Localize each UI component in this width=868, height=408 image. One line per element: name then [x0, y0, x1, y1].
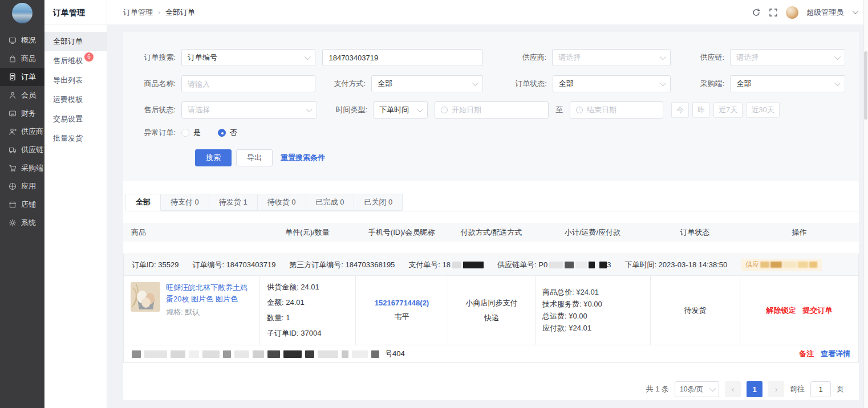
redacted-block [463, 262, 484, 268]
tab-completed[interactable]: 已完成 0 [306, 194, 355, 211]
submenu-item-label: 导出列表 [53, 76, 83, 84]
last7days-button[interactable]: 近7天 [713, 102, 743, 118]
filter-row-2: 商品名称: 支付方式: 全部 订单状态: 全部 采购端: [137, 75, 845, 92]
redacted-block [798, 262, 808, 268]
username[interactable]: 超级管理员 [806, 7, 843, 18]
sidebar-item-procurement[interactable]: 采购端 [0, 159, 44, 177]
sidebar-item-finance[interactable]: 财务 [0, 104, 44, 123]
redacted-block [318, 350, 338, 358]
search-button[interactable]: 搜索 [195, 149, 232, 166]
submenu-item-batch-shipping[interactable]: 批量发货 [44, 129, 107, 148]
breadcrumb-separator: › [158, 9, 160, 17]
export-button[interactable]: 导出 [236, 149, 273, 166]
sidebar-item-apps[interactable]: 应用 [0, 177, 44, 195]
reset-filters-link[interactable]: 重置搜索条件 [281, 153, 325, 163]
prev-page-button[interactable]: ‹ [725, 381, 741, 397]
sidebar-item-overview[interactable]: 概况 [0, 31, 44, 50]
abnormal-radio-yes[interactable]: 是 [181, 128, 201, 138]
today-button[interactable]: 今 [671, 102, 689, 118]
user-avatar[interactable] [786, 6, 798, 19]
end-date-input[interactable]: 结束日期 [570, 101, 663, 119]
members-icon [9, 91, 17, 99]
order-search-input-wrap [322, 49, 482, 66]
supplier-select[interactable]: 请选择 [552, 49, 671, 66]
order-status-label: 订单状态: [504, 79, 553, 89]
pay-method-select[interactable]: 全部 [371, 75, 483, 92]
topbar-actions: 超级管理员 [752, 6, 857, 19]
chevron-down-icon [853, 9, 858, 14]
current-page[interactable]: 1 [747, 381, 762, 397]
breadcrumb-all-orders: 全部订单 [165, 7, 195, 18]
abnormal-radio-group: 是 否 [181, 128, 237, 138]
view-detail-link[interactable]: 查看详情 [821, 349, 850, 359]
redacted-block [549, 262, 563, 268]
sidebar-item-goods[interactable]: 商品 [0, 50, 44, 68]
goto-page-input[interactable] [810, 381, 831, 397]
submenu-item-all-orders[interactable]: 全部订单 [44, 32, 107, 51]
sidebar-item-label: 供应商 [21, 127, 43, 137]
sidebar-item-members[interactable]: 会员 [0, 86, 44, 104]
tab-pending-receipt[interactable]: 待收货 0 [258, 194, 306, 211]
finance-icon [9, 109, 17, 117]
sidebar-item-supply-chain[interactable]: 供应链 [0, 141, 44, 159]
submit-order-button[interactable]: 提交订单 [803, 305, 833, 316]
member-cell: 15216771448(2) 韦平 [356, 276, 448, 345]
app-logo[interactable] [12, 3, 33, 23]
abnormal-order-label: 异常订单: [137, 128, 181, 138]
sidebar-item-label: 店铺 [21, 199, 36, 210]
time-type-value: 下单时间 [379, 105, 409, 115]
tab-pending-payment[interactable]: 待支付 0 [161, 194, 209, 211]
product-name-link[interactable]: 旺鲜汪皖北林下散养土鸡蛋20枚 图片色 图片色 [166, 282, 253, 305]
time-type-select[interactable]: 下单时间 [373, 101, 428, 119]
amount-payable: 应付款: ¥24.01 [542, 323, 643, 333]
fullscreen-icon[interactable] [769, 8, 778, 17]
member-phone-link[interactable]: 15216771448(2) [375, 299, 429, 307]
status-cell: 待发货 [651, 276, 740, 345]
remark-link[interactable]: 备注 [799, 349, 814, 359]
submenu-item-label: 全部订单 [53, 37, 83, 46]
product-spec: 规格: 默认 [166, 307, 253, 317]
actions-cell: 解除锁定 提交订单 [740, 276, 858, 345]
scrollbar-track[interactable] [863, 0, 868, 408]
sidebar-item-supplier[interactable]: 供应商 [0, 123, 44, 141]
start-date-input[interactable]: 开始日期 [435, 101, 549, 119]
col-phone-member: 手机号(ID)/会员昵称 [355, 227, 448, 238]
aftersale-status-label: 售后状态: [137, 105, 181, 115]
scrollbar-thumb[interactable] [864, 51, 867, 120]
purchase-side-select[interactable]: 全部 [730, 75, 845, 92]
pagination: 共 1 条 10条/页 ‹ 1 › 前往 页 [123, 381, 859, 397]
abnormal-radio-no[interactable]: 否 [218, 128, 237, 138]
order-search-type-select[interactable]: 订单编号 [181, 49, 315, 66]
refresh-icon[interactable] [752, 8, 761, 17]
last30days-button[interactable]: 近30天 [746, 102, 779, 118]
order-search-input[interactable] [328, 54, 476, 62]
submenu-item-freight-template[interactable]: 运费模板 [44, 90, 107, 109]
submenu-item-export-list[interactable]: 导出列表 [44, 71, 107, 90]
sidebar-item-label: 系统 [21, 218, 36, 228]
unlock-button[interactable]: 解除锁定 [766, 305, 796, 316]
order-status-select[interactable]: 全部 [553, 75, 671, 92]
sidebar-item-shop[interactable]: 店铺 [0, 195, 44, 214]
supply-chain-select[interactable]: 请选择 [730, 49, 845, 66]
redacted-block [770, 262, 782, 268]
tab-all[interactable]: 全部 [125, 194, 161, 211]
tab-closed[interactable]: 已关闭 0 [354, 194, 403, 211]
purchase-side-value: 全部 [736, 79, 751, 89]
sidebar-item-orders[interactable]: 订单 [0, 68, 44, 86]
redacted-block [171, 350, 185, 358]
submenu-item-trade-settings[interactable]: 交易设置 [44, 109, 107, 129]
supply-chain-number-tail: 3 [607, 260, 611, 269]
aftersale-status-select[interactable]: 请选择 [181, 101, 317, 119]
product-name-input[interactable] [188, 80, 309, 88]
chevron-down-icon [417, 106, 423, 112]
page-size-select[interactable]: 10条/页 [675, 381, 719, 397]
sidebar-item-system[interactable]: 系统 [0, 214, 44, 232]
yesterday-button[interactable]: 昨 [692, 102, 710, 118]
order-status-value: 全部 [559, 79, 574, 89]
breadcrumb-orders[interactable]: 订单管理 [123, 7, 153, 18]
page-unit-label: 页 [837, 384, 844, 394]
tab-pending-shipment[interactable]: 待发货 1 [209, 194, 258, 211]
next-page-button[interactable]: › [768, 381, 784, 397]
submenu-item-aftersale[interactable]: 售后维权 6 [44, 51, 107, 71]
product-image[interactable] [131, 282, 160, 312]
